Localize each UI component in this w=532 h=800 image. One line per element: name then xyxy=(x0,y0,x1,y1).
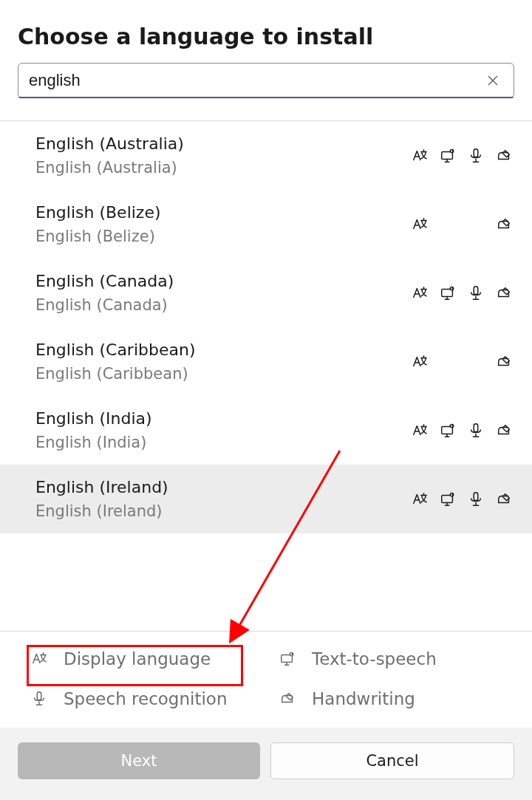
legend-label: Speech recognition xyxy=(64,689,227,708)
feature-icons xyxy=(411,284,513,302)
microphone-icon xyxy=(467,284,485,302)
svg-rect-10 xyxy=(474,423,478,431)
handwriting-icon xyxy=(278,691,297,707)
svg-rect-13 xyxy=(474,492,478,500)
handwriting-icon xyxy=(495,147,513,165)
language-primary-label: English (Canada) xyxy=(35,272,174,290)
display-language-icon xyxy=(411,490,429,508)
display-language-icon xyxy=(411,216,429,233)
microphone-icon xyxy=(467,353,485,371)
microphone-icon xyxy=(30,691,49,707)
feature-icons xyxy=(411,147,513,165)
handwriting-icon xyxy=(495,490,513,508)
handwriting-icon xyxy=(495,216,513,233)
display-language-icon xyxy=(411,284,429,302)
language-item[interactable]: English (Belize)English (Belize) xyxy=(0,190,532,259)
svg-rect-4 xyxy=(474,148,478,157)
microphone-icon xyxy=(467,490,485,508)
legend-display-language: Display language xyxy=(30,649,263,669)
text-to-speech-icon xyxy=(439,353,457,371)
text-to-speech-icon xyxy=(439,490,457,508)
svg-rect-7 xyxy=(474,286,478,294)
language-item[interactable]: English (Australia)English (Australia) xyxy=(0,121,532,190)
language-primary-label: English (Ireland) xyxy=(35,478,168,496)
text-to-speech-icon xyxy=(439,422,457,440)
legend-speech-recognition: Speech recognition xyxy=(30,689,263,708)
search-box[interactable] xyxy=(18,63,514,98)
footer: Next Cancel xyxy=(0,728,532,800)
feature-icons xyxy=(411,216,513,233)
display-language-icon xyxy=(30,651,49,667)
clear-search-icon[interactable] xyxy=(482,70,503,91)
microphone-icon xyxy=(467,216,485,233)
language-secondary-label: English (India) xyxy=(35,434,152,451)
language-item[interactable]: English (Caribbean)English (Caribbean) xyxy=(0,327,532,396)
language-secondary-label: English (Ireland) xyxy=(35,502,168,520)
legend: Display language Text-to-speech Speech r… xyxy=(0,631,532,728)
microphone-icon xyxy=(467,422,485,440)
text-to-speech-icon xyxy=(439,147,457,165)
feature-icons xyxy=(411,422,513,440)
display-language-icon xyxy=(411,147,429,165)
text-to-speech-icon xyxy=(439,284,457,302)
language-secondary-label: English (Australia) xyxy=(35,159,184,177)
language-item[interactable]: English (Canada)English (Canada) xyxy=(0,259,532,327)
legend-label: Display language xyxy=(64,649,211,669)
handwriting-icon xyxy=(495,353,513,371)
language-primary-label: English (Caribbean) xyxy=(35,341,196,359)
legend-text-to-speech: Text-to-speech xyxy=(278,649,511,669)
language-item[interactable]: English (Ireland)English (Ireland) xyxy=(0,465,532,533)
language-secondary-label: English (Canada) xyxy=(35,296,174,314)
cancel-button[interactable]: Cancel xyxy=(270,742,514,779)
handwriting-icon xyxy=(495,422,513,440)
display-language-icon xyxy=(411,353,429,371)
search-input[interactable] xyxy=(29,71,482,90)
feature-icons xyxy=(411,353,513,371)
legend-label: Handwriting xyxy=(312,689,415,708)
legend-label: Text-to-speech xyxy=(312,649,437,669)
text-to-speech-icon xyxy=(278,651,297,667)
text-to-speech-icon xyxy=(439,216,457,233)
display-language-icon xyxy=(411,422,429,440)
language-primary-label: English (Belize) xyxy=(35,203,161,222)
language-primary-label: English (India) xyxy=(35,409,152,428)
svg-rect-16 xyxy=(37,692,41,700)
language-primary-label: English (Australia) xyxy=(35,134,184,153)
language-list: English (Australia)English (Australia)En… xyxy=(0,121,532,631)
next-button[interactable]: Next xyxy=(18,742,260,779)
page-title: Choose a language to install xyxy=(18,24,514,49)
feature-icons xyxy=(411,490,513,508)
legend-handwriting: Handwriting xyxy=(278,689,511,708)
language-secondary-label: English (Caribbean) xyxy=(35,365,196,383)
language-item[interactable]: English (India)English (India) xyxy=(0,396,532,465)
microphone-icon xyxy=(467,147,485,165)
language-secondary-label: English (Belize) xyxy=(35,228,161,245)
handwriting-icon xyxy=(495,284,513,302)
